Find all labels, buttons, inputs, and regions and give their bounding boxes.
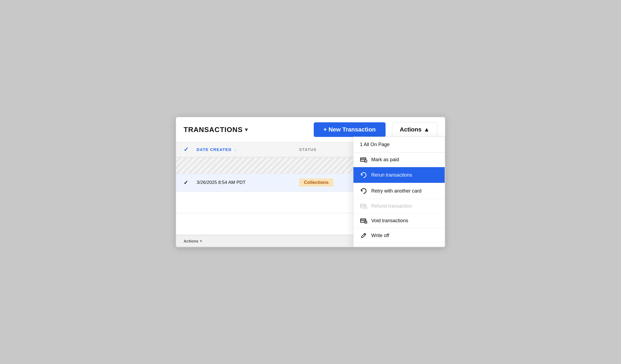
- retry-icon: [360, 187, 367, 194]
- refresh-icon: [360, 171, 367, 178]
- mark-as-paid-item[interactable]: Mark as paid: [353, 153, 445, 167]
- header-checkbox[interactable]: ✓: [184, 146, 197, 153]
- actions-chevron-icon: ▲: [424, 126, 430, 133]
- all-on-page-item[interactable]: 1 All On Page: [353, 137, 445, 153]
- select-all-checkmark: ✓: [184, 146, 188, 153]
- title-text: TRANSACTIONS: [184, 126, 243, 134]
- rerun-transactions-label: Rerun transactions: [371, 172, 412, 178]
- void-icon: [360, 218, 367, 224]
- retry-another-card-item[interactable]: Retry with another card: [353, 183, 445, 199]
- actions-button[interactable]: Actions ▲: [392, 122, 437, 137]
- status-column-label: STATUS: [299, 147, 317, 152]
- refund-icon: [360, 204, 367, 209]
- rerun-commissions-item[interactable]: Rerun commissions: [353, 243, 445, 247]
- page-title: TRANSACTIONS ▾: [184, 126, 248, 134]
- write-off-item[interactable]: Write off: [353, 228, 445, 243]
- rerun-transactions-item[interactable]: Rerun transactions: [353, 167, 445, 183]
- write-off-label: Write off: [371, 233, 389, 238]
- refund-transaction-item: Refund transaction: [353, 199, 445, 214]
- void-transactions-item[interactable]: Void transactions: [353, 214, 445, 228]
- title-chevron[interactable]: ▾: [245, 126, 248, 133]
- actions-label: Actions: [400, 126, 422, 133]
- status-badge: Collections: [299, 178, 334, 187]
- retry-another-card-label: Retry with another card: [371, 188, 421, 194]
- pencil-icon: [360, 232, 367, 238]
- void-transactions-label: Void transactions: [371, 218, 408, 224]
- row-date: 3/26/2025 8:54 AM PDT: [197, 180, 299, 185]
- row-checkbox[interactable]: ✓: [184, 179, 197, 186]
- sort-arrow-icon: ↓: [234, 148, 236, 152]
- actions-dropdown: 1 All On Page Mark as paid: [353, 137, 445, 247]
- col-header-date[interactable]: DATE CREATED ↓: [197, 147, 299, 152]
- mark-as-paid-label: Mark as paid: [371, 157, 399, 163]
- all-on-page-label: 1 All On Page: [360, 142, 390, 147]
- main-window: TRANSACTIONS ▾ + New Transaction Actions…: [176, 117, 446, 247]
- date-column-label: DATE CREATED: [197, 147, 232, 152]
- new-transaction-label: + New Transaction: [323, 126, 376, 133]
- new-transaction-button[interactable]: + New Transaction: [314, 122, 386, 137]
- refund-transaction-label: Refund transaction: [371, 203, 412, 209]
- dollar-check-icon: [360, 157, 367, 163]
- footer-chevron-icon: ▾: [200, 239, 202, 243]
- footer-actions-label: Actions: [184, 239, 198, 243]
